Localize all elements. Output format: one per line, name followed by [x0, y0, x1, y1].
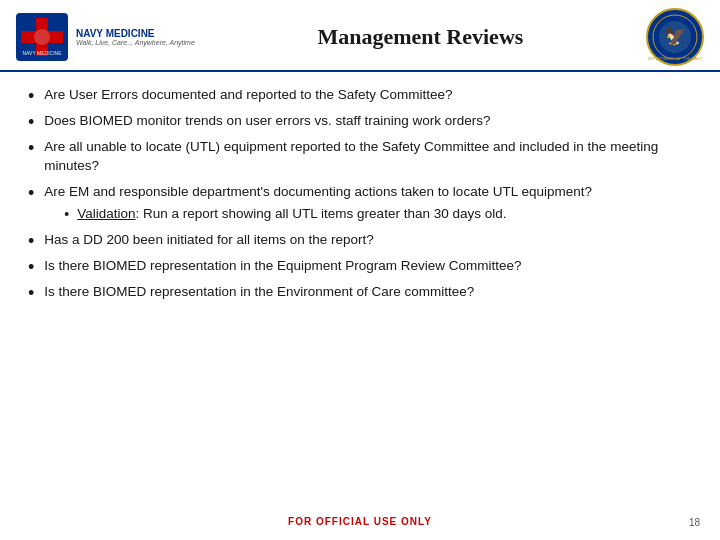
svg-text:DEPARTMENT OF THE NAVY: DEPARTMENT OF THE NAVY: [648, 56, 703, 61]
content-area: • Are User Errors documented and reporte…: [0, 72, 720, 319]
svg-point-3: [34, 29, 50, 45]
bullet-text: Is there BIOMED representation in the En…: [44, 283, 474, 302]
svg-text:🦅: 🦅: [664, 25, 687, 47]
bullet-icon: •: [28, 139, 34, 157]
bullet-icon: •: [28, 184, 34, 202]
page-number: 18: [689, 517, 700, 528]
bullet-list: • Are User Errors documented and reporte…: [28, 86, 692, 302]
navy-medicine-logo: NAVY MEDICINE NAVY MEDICINE Walk, Live, …: [16, 13, 195, 61]
validation-label: Validation: [77, 206, 135, 221]
list-item: • Does BIOMED monitor trends on user err…: [28, 112, 692, 131]
classification-label: FOR OFFICIAL USE ONLY: [288, 516, 432, 527]
bullet-text: Are User Errors documented and reported …: [44, 86, 452, 105]
svg-text:NAVY MEDICINE: NAVY MEDICINE: [23, 50, 63, 56]
page: NAVY MEDICINE NAVY MEDICINE Walk, Live, …: [0, 0, 720, 540]
bullet-icon: •: [28, 284, 34, 302]
bullet-icon: •: [28, 87, 34, 105]
list-item: • Are all unable to locate (UTL) equipme…: [28, 138, 692, 176]
navy-medicine-emblem: NAVY MEDICINE: [16, 13, 68, 61]
sub-bullet-icon: •: [64, 205, 69, 225]
sub-list-item: • Validation: Run a report showing all U…: [64, 205, 592, 225]
list-item: • Are EM and responsible department's do…: [28, 183, 692, 224]
list-item: • Has a DD 200 been initiated for all it…: [28, 231, 692, 250]
bullet-text: Are EM and responsible department's docu…: [44, 183, 592, 224]
page-title: Management Reviews: [195, 24, 646, 50]
header: NAVY MEDICINE NAVY MEDICINE Walk, Live, …: [0, 0, 720, 72]
sub-bullet-list: • Validation: Run a report showing all U…: [64, 205, 592, 225]
bullet-icon: •: [28, 113, 34, 131]
sub-bullet-text: Validation: Run a report showing all UTL…: [77, 205, 506, 224]
list-item: • Is there BIOMED representation in the …: [28, 283, 692, 302]
footer: FOR OFFICIAL USE ONLY: [0, 512, 720, 528]
navy-seal-logo: 🦅 DEPARTMENT OF THE NAVY: [646, 8, 704, 66]
bullet-text: Are all unable to locate (UTL) equipment…: [44, 138, 692, 176]
list-item: • Are User Errors documented and reporte…: [28, 86, 692, 105]
bullet-text: Is there BIOMED representation in the Eq…: [44, 257, 521, 276]
bullet-icon: •: [28, 258, 34, 276]
list-item: • Is there BIOMED representation in the …: [28, 257, 692, 276]
bullet-text: Has a DD 200 been initiated for all item…: [44, 231, 373, 250]
bullet-text: Does BIOMED monitor trends on user error…: [44, 112, 490, 131]
bullet-icon: •: [28, 232, 34, 250]
